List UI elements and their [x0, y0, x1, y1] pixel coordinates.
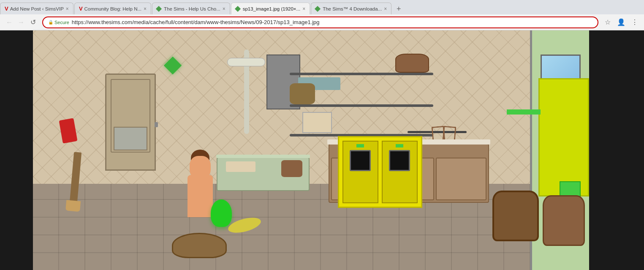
tab-1[interactable]: V Add New Post ‹ SimsVIP × — [0, 3, 73, 14]
green-shelf-right — [507, 109, 541, 115]
bench-basket — [281, 160, 302, 177]
appliance-2 — [382, 141, 418, 203]
tab-4-close[interactable]: × — [302, 6, 305, 12]
ironing-board — [244, 49, 249, 134]
image-container — [33, 30, 589, 270]
tab-3-favicon-diamond — [156, 5, 162, 11]
bench-items — [226, 161, 255, 172]
address-text: https://www.thesims.com/media/cache/full… — [72, 19, 592, 25]
tab-4-favicon-diamond — [235, 5, 241, 11]
door-handle — [155, 122, 158, 127]
green-laundry-bag — [211, 199, 232, 227]
content-area — [0, 30, 644, 270]
wicker-basket-left — [290, 83, 315, 104]
tab-3[interactable]: The Sims - Help Us Cho... × — [152, 3, 230, 14]
shelf-bar-1 — [290, 73, 433, 75]
right-panel — [589, 30, 644, 270]
browser-window: V Add New Post ‹ SimsVIP × V Community B… — [0, 0, 644, 270]
box-shelf — [302, 112, 332, 133]
tab-5[interactable]: The Sims™ 4 Downloada... × — [311, 3, 391, 14]
broom-head — [65, 200, 81, 212]
tab-2-label: Community Blog: Help N... — [84, 6, 142, 11]
appliance-1 — [342, 141, 378, 203]
tab-1-label: Add New Post ‹ SimsVIP — [10, 6, 64, 11]
tab-3-close[interactable]: × — [223, 6, 226, 12]
tab-5-close[interactable]: × — [384, 6, 387, 12]
tab-bar: V Add New Post ‹ SimsVIP × V Community B… — [0, 0, 644, 14]
secure-label: Secure — [54, 20, 69, 25]
tab-2-favicon: V — [79, 5, 83, 12]
back-button[interactable]: ← — [3, 16, 15, 28]
sims-scene — [33, 30, 589, 270]
secure-indicator: Secure — [48, 20, 69, 25]
toolbar-actions: ☆ 👤 ⋮ — [602, 16, 641, 28]
top-basket — [395, 54, 429, 73]
cabinet-door-3 — [436, 158, 486, 200]
new-tab-button[interactable]: + — [393, 3, 404, 14]
tab-1-favicon: V — [5, 5, 8, 12]
tab-5-favicon-diamond — [315, 5, 321, 11]
appliance-1-indicator — [356, 144, 364, 147]
char-body — [187, 175, 213, 217]
wicker-basket-right — [492, 191, 539, 241]
green-box-right — [538, 78, 589, 196]
appliance-1-window — [350, 150, 371, 171]
bench — [217, 157, 310, 191]
tab-2[interactable]: V Community Blog: Help N... × — [74, 3, 151, 14]
yellow-appliances — [338, 136, 422, 208]
toolbar: ← → ↺ Secure https://www.thesims.com/med… — [0, 14, 644, 30]
appliance-2-window — [389, 150, 410, 171]
tab-4[interactable]: sp13_image1.jpg (1920×... × — [231, 3, 310, 14]
forward-button[interactable]: → — [15, 16, 27, 28]
address-bar[interactable]: Secure https://www.thesims.com/media/cac… — [42, 16, 598, 28]
door — [105, 74, 156, 171]
menu-icon[interactable]: ⋮ — [629, 16, 641, 28]
sidebar-left — [0, 30, 33, 270]
ironing-board-top — [227, 58, 265, 66]
tab-1-close[interactable]: × — [66, 6, 69, 12]
large-basket-right — [543, 195, 585, 246]
profile-icon[interactable]: 👤 — [615, 16, 627, 28]
url-display: https://www.thesims.com/media/cache/full… — [72, 19, 320, 25]
tab-2-close[interactable]: × — [144, 6, 147, 12]
shelf-bar-2 — [290, 104, 433, 107]
door-window — [114, 127, 147, 150]
bench-top — [216, 155, 310, 158]
floor-basket — [172, 233, 227, 258]
bookmarks-icon[interactable]: ☆ — [602, 16, 614, 28]
tab-5-label: The Sims™ 4 Downloada... — [323, 6, 382, 11]
tab-4-label: sp13_image1.jpg (1920×... — [243, 6, 301, 11]
tab-3-label: The Sims - Help Us Cho... — [164, 6, 220, 11]
reload-button[interactable]: ↺ — [27, 16, 39, 28]
appliance-2-indicator — [396, 144, 403, 147]
